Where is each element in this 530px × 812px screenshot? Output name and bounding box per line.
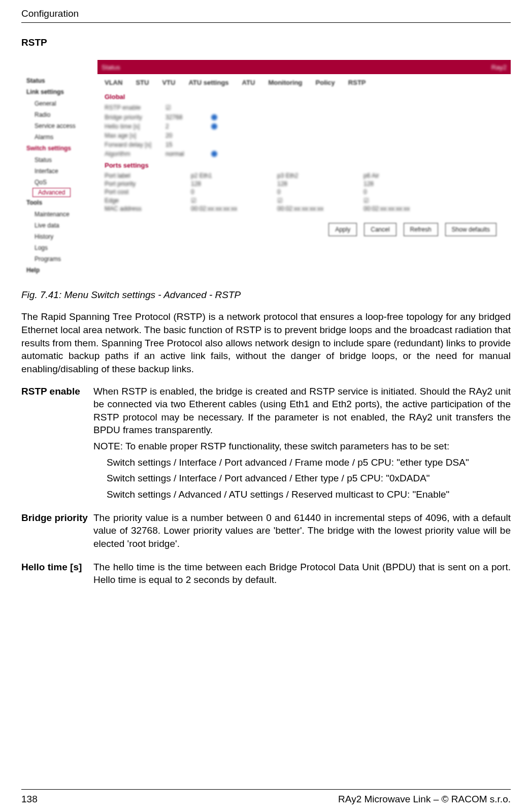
screenshot-subtab: ATU	[242, 78, 255, 87]
definition-body: The hello time is the time between each …	[93, 561, 511, 597]
screenshot-nav-item: Logs	[21, 242, 97, 253]
footer-right: RAy2 Microwave Link – © RACOM s.r.o.	[338, 793, 511, 806]
screenshot-nav-item: Advanced	[32, 188, 71, 197]
screenshot-global-row: Hello time [s]2	[97, 122, 511, 131]
figure-caption: Fig. 7.41: Menu Switch settings - Advanc…	[21, 288, 511, 302]
screenshot-nav-item: Status	[21, 75, 97, 86]
definition-term: Bridge priority	[21, 511, 93, 561]
screenshot-nav-item: Status	[21, 154, 97, 166]
screenshot-ports-heading: Ports settings	[97, 159, 511, 172]
screenshot-subtab: Policy	[316, 78, 335, 87]
screenshot-buttonbar: ApplyCancelRefreshShow defaults	[97, 213, 511, 240]
page-footer: 138 RAy2 Microwave Link – © RACOM s.r.o.	[21, 793, 511, 806]
screenshot-button: Refresh	[404, 223, 438, 236]
screenshot-nav: StatusLink settingsGeneralRadioService a…	[21, 74, 97, 280]
section-title: RSTP	[21, 36, 511, 49]
screenshot-nav-item: Interface	[21, 166, 97, 177]
screenshot-subtab: VLAN	[105, 78, 122, 87]
screenshot-button: Show defaults	[445, 223, 496, 236]
screenshot-nav-item: Switch settings	[21, 143, 97, 154]
screenshot-topbar: Status Ray2	[97, 60, 511, 74]
screenshot-nav-item: Link settings	[21, 86, 97, 98]
screenshot-global-row: Algorithmnormal	[97, 149, 511, 158]
screenshot-nav-item: Maintenance	[21, 209, 97, 220]
screenshot-global-row: Max age [s]20	[97, 131, 511, 140]
screenshot-nav-item: QoS	[21, 177, 97, 188]
screenshot-nav-item: Programs	[21, 253, 97, 265]
intro-paragraph: The Rapid Spanning Tree Protocol (RSTP) …	[21, 310, 511, 375]
screenshot-nav-item: History	[21, 231, 97, 242]
top-rule	[21, 22, 511, 23]
footer-rule	[21, 789, 511, 790]
screenshot-figure: StatusLink settingsGeneralRadioService a…	[21, 60, 511, 280]
definition-term: Hello time [s]	[21, 561, 93, 597]
screenshot-subtab: STU	[136, 78, 149, 87]
screenshot-button: Cancel	[364, 223, 396, 236]
screenshot-nav-item: Alarms	[21, 132, 97, 143]
screenshot-nav-item: Tools	[21, 197, 97, 208]
definition-body: The priority value is a number between 0…	[93, 511, 511, 561]
screenshot-subtab: ATU settings	[188, 78, 228, 87]
screenshot-subtab: RSTP	[348, 78, 366, 87]
screenshot-subtab: VTU	[162, 78, 175, 87]
screenshot-nav-item: Help	[21, 265, 97, 276]
screenshot-nav-item: Radio	[21, 109, 97, 120]
definition-term: RSTP enable	[21, 385, 93, 511]
screenshot-subtab: Monitoring	[268, 78, 302, 87]
screenshot-global-row: Forward delay [s]15	[97, 140, 511, 149]
running-head: Configuration	[21, 7, 511, 20]
screenshot-global-heading: Global	[97, 90, 511, 104]
screenshot-global-row: Bridge priority32768	[97, 113, 511, 122]
definition-body: When RSTP is enabled, the bridge is crea…	[93, 385, 511, 511]
screenshot-nav-item: Service access	[21, 120, 97, 132]
screenshot-nav-item: General	[21, 98, 97, 109]
screenshot-subtabs: VLANSTUVTUATU settingsATUMonitoringPolic…	[97, 74, 511, 90]
page-number: 138	[21, 793, 38, 806]
screenshot-button: Apply	[328, 223, 357, 236]
screenshot-global-row: RSTP enable☑	[97, 103, 511, 112]
screenshot-nav-item: Live data	[21, 220, 97, 231]
definition-table: RSTP enableWhen RSTP is enabled, the bri…	[21, 385, 511, 597]
